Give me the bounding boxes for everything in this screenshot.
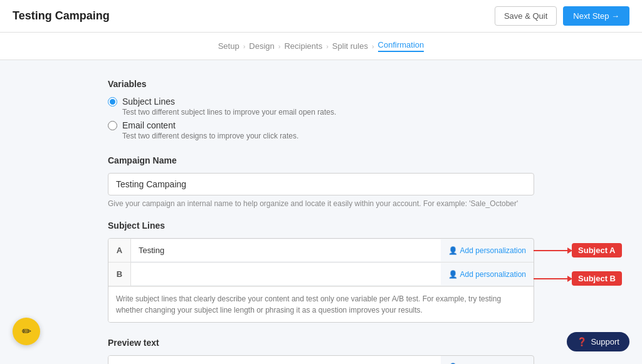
preview-text-row: 👤 Add personalization <box>108 355 534 364</box>
subject-lines-box: A 👤 Add personalization B 👤 Add personal… <box>108 238 534 323</box>
preview-text-label: Preview text <box>108 338 534 348</box>
variables-section: Variables Subject Lines Test two differe… <box>108 79 534 140</box>
annotations: Subject A Subject B <box>534 238 622 286</box>
person-icon-a: 👤 <box>448 246 458 255</box>
radio-option-email-content: Email content Test two different designs… <box>108 120 534 140</box>
radio-row-subject-lines: Subject Lines <box>108 96 534 107</box>
subject-lines-section: Subject Lines A 👤 Add personalization B <box>108 221 534 323</box>
annotation-subject-a: Subject A <box>534 243 622 257</box>
breadcrumb-sep-1: › <box>243 43 246 50</box>
radio-row-email-content: Email content <box>108 120 534 130</box>
campaign-name-input[interactable] <box>108 173 534 195</box>
add-personalization-a-button[interactable]: 👤 Add personalization <box>441 246 534 255</box>
arrowhead-a <box>567 247 572 254</box>
person-icon-b: 👤 <box>448 270 458 279</box>
radio-desc-email-content: Test two different designs to improve yo… <box>122 132 534 140</box>
question-icon: ❓ <box>577 337 587 346</box>
add-personalization-b-label: Add personalization <box>460 270 526 279</box>
breadcrumb-recipients[interactable]: Recipients <box>284 41 322 51</box>
radio-subject-lines[interactable] <box>108 97 117 107</box>
subject-lines-hint: Write subject lines that clearly describ… <box>108 286 534 322</box>
breadcrumb-setup[interactable]: Setup <box>218 41 239 51</box>
radio-email-content[interactable] <box>108 121 117 130</box>
breadcrumb-sep-2: › <box>278 43 281 50</box>
save-quit-button[interactable]: Save & Quit <box>495 6 557 26</box>
page-title: Testing Campaing <box>13 9 110 23</box>
breadcrumb-confirmation[interactable]: Confirmation <box>378 40 424 52</box>
main-content: Variables Subject Lines Test two differe… <box>95 60 547 364</box>
subject-input-a[interactable] <box>131 239 441 261</box>
campaign-name-hint: Give your campaign an internal name to h… <box>108 199 534 208</box>
preview-text-section: Preview text 👤 Add personalization Write… <box>108 338 534 364</box>
variables-radio-group: Subject Lines Test two different subject… <box>108 96 534 140</box>
variables-label: Variables <box>108 79 534 89</box>
support-label: Support <box>591 337 619 346</box>
radio-label-email-content: Email content <box>122 120 176 130</box>
arrow-a <box>534 250 568 251</box>
header-actions: Save & Quit Next Step → <box>495 6 629 26</box>
breadcrumb-sep-3: › <box>326 43 329 50</box>
header: Testing Campaing Save & Quit Next Step → <box>0 0 642 33</box>
add-personalization-a-label: Add personalization <box>460 246 526 255</box>
subject-letter-a: A <box>108 239 131 262</box>
subject-input-b[interactable] <box>131 263 441 285</box>
next-step-button[interactable]: Next Step → <box>563 6 629 26</box>
arrowhead-b <box>567 276 572 282</box>
annotation-subject-b: Subject B <box>534 271 622 286</box>
radio-option-subject-lines: Subject Lines Test two different subject… <box>108 96 534 117</box>
subject-row-a: A 👤 Add personalization <box>108 239 534 263</box>
pencil-icon: ✏ <box>22 325 31 338</box>
radio-label-subject-lines: Subject Lines <box>122 96 175 107</box>
support-button[interactable]: ❓ Support <box>567 332 629 351</box>
campaign-name-label: Campaign Name <box>108 155 534 165</box>
breadcrumb: Setup › Design › Recipients › Split rule… <box>0 33 642 60</box>
annotation-badge-a: Subject A <box>572 243 621 257</box>
breadcrumb-sep-4: › <box>372 43 374 50</box>
breadcrumb-split-rules[interactable]: Split rules <box>332 41 368 51</box>
annotation-badge-b: Subject B <box>572 271 622 286</box>
fab-button[interactable]: ✏ <box>13 318 40 345</box>
breadcrumb-design[interactable]: Design <box>249 41 274 51</box>
subject-row-b: B 👤 Add personalization <box>108 263 534 286</box>
subject-lines-label: Subject Lines <box>108 221 534 231</box>
arrow-b <box>534 278 568 279</box>
add-personalization-b-button[interactable]: 👤 Add personalization <box>441 270 534 279</box>
radio-desc-subject-lines: Test two different subject lines to impr… <box>122 108 534 117</box>
subject-letter-b: B <box>108 263 131 286</box>
preview-text-input[interactable] <box>108 356 441 364</box>
subject-lines-wrapper: A 👤 Add personalization B 👤 Add personal… <box>108 238 534 323</box>
campaign-name-section: Campaign Name Give your campaign an inte… <box>108 155 534 208</box>
